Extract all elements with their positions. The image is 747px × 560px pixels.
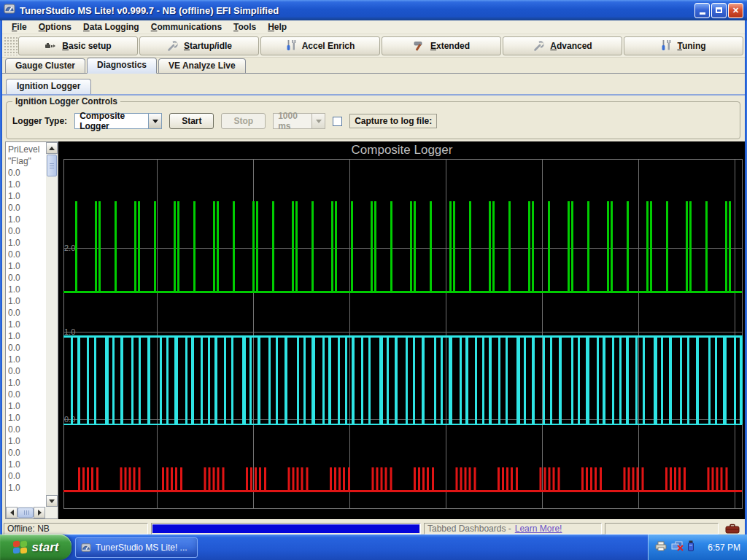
tab-gauge-cluster[interactable]: Gauge Cluster (5, 58, 85, 73)
list-item[interactable]: 0.0 (8, 424, 46, 435)
list-item[interactable]: 1.0 (8, 260, 46, 272)
scroll-down-button[interactable] (46, 495, 58, 507)
list-item[interactable]: 0.0 (8, 167, 46, 179)
menu-bar: FileOptionsData LoggingCommunicationsToo… (2, 20, 745, 34)
app-icon (4, 3, 15, 18)
tab-diagnostics[interactable]: Diagnostics (87, 58, 157, 74)
scroll-up-button[interactable] (46, 142, 58, 154)
value-list-panel: PriLevel"Flag"0.01.01.00.01.00.01.00.01.… (5, 141, 58, 519)
list-item[interactable]: 1.0 (8, 295, 46, 307)
toolbar-button-label: Extended (430, 41, 470, 51)
list-item[interactable]: 1.0 (8, 319, 46, 330)
chevron-down-icon (316, 120, 322, 123)
network-offline-icon[interactable] (671, 541, 684, 554)
green-trace (63, 201, 742, 293)
list-item[interactable]: 0.0 (8, 202, 46, 214)
list-item[interactable]: 0.0 (8, 272, 46, 284)
list-item[interactable]: 1.0 (8, 412, 46, 424)
combo-arrow-button[interactable] (148, 114, 161, 128)
sub-tab-strip: Ignition Logger (2, 79, 745, 96)
list-item[interactable]: 1.0 (8, 284, 46, 295)
list-item[interactable]: 0.0 (8, 307, 46, 319)
start-button[interactable]: Start (169, 113, 214, 129)
scroll-left-button[interactable] (6, 507, 18, 518)
start-button-taskbar[interactable]: start (0, 534, 71, 560)
clock[interactable]: 6:57 PM (708, 542, 740, 553)
toolbar-button-label: Basic setup (62, 41, 111, 51)
minimize-button[interactable] (694, 3, 710, 18)
toolbar-button-label: Advanced (550, 41, 592, 51)
startup-idle-button[interactable]: Startup/idle (139, 36, 259, 55)
list-item[interactable]: 1.0 (8, 435, 46, 447)
menu-item-options[interactable]: Options (34, 21, 77, 33)
chevron-down-icon (152, 120, 158, 123)
horizontal-scrollbar[interactable] (6, 507, 58, 518)
printer-icon[interactable] (655, 541, 667, 554)
list-item[interactable]: 0.0 (8, 342, 46, 354)
list-item[interactable]: 1.0 (8, 190, 46, 202)
system-tray: 6:57 PM (648, 534, 747, 560)
vertical-scrollbar[interactable] (46, 142, 58, 507)
tab-ignition-logger[interactable]: Ignition Logger (6, 79, 91, 94)
maximize-button[interactable] (711, 3, 727, 18)
list-item[interactable]: 1.0 (8, 459, 46, 470)
horizontal-scroll-thumb[interactable] (18, 508, 34, 518)
list-item[interactable]: PriLevel (8, 144, 46, 155)
list-item[interactable]: 1.0 (8, 330, 46, 342)
combo-arrow-button-disabled (311, 114, 325, 128)
list-item[interactable]: "Flag" (8, 155, 46, 167)
logger-panel: PriLevel"Flag"0.01.01.00.01.00.01.00.01.… (5, 141, 746, 519)
interval-combo: 1000 ms (273, 113, 325, 129)
basic-setup-button[interactable]: Basic setup (18, 36, 138, 55)
tab-ve-analyze-live[interactable]: VE Analyze Live (158, 58, 246, 73)
logger-type-value: Composite Logger (75, 111, 148, 131)
app-icon (81, 542, 91, 553)
toolbar-grip[interactable] (4, 36, 18, 55)
list-item[interactable]: 0.0 (8, 225, 46, 237)
extended-button[interactable]: Extended (382, 36, 501, 55)
vertical-scroll-thumb[interactable] (47, 155, 57, 176)
list-item[interactable]: 1.0 (8, 482, 46, 494)
arrow-right-icon (38, 510, 42, 516)
scroll-right-button[interactable] (34, 507, 45, 518)
menu-item-file[interactable]: File (7, 21, 32, 33)
close-button[interactable]: ✕ (728, 3, 743, 18)
list-item[interactable]: 0.0 (8, 470, 46, 482)
task-button-tunerstudio[interactable]: TunerStudio MS Lite! ... (75, 537, 198, 558)
usb-device-icon[interactable] (688, 540, 694, 554)
learn-more-link[interactable]: Learn More! (515, 524, 562, 534)
interval-value: 1000 ms (274, 111, 311, 131)
advanced-button[interactable]: Advanced (503, 36, 622, 55)
value-list[interactable]: PriLevel"Flag"0.01.01.00.01.00.01.00.01.… (6, 142, 46, 507)
menu-item-communications[interactable]: Communications (146, 21, 227, 33)
menu-item-data-logging[interactable]: Data Logging (78, 21, 144, 33)
ignition-logger-controls-group: Ignition Logger Controls Logger Type: Co… (6, 101, 740, 139)
list-item[interactable]: 0.0 (8, 249, 46, 260)
list-item[interactable]: 0.0 (8, 389, 46, 400)
list-item[interactable]: 1.0 (8, 179, 46, 190)
briefcase-icon[interactable] (721, 523, 743, 534)
list-item[interactable]: 1.0 (8, 237, 46, 249)
cyan-trace (63, 335, 743, 425)
list-item[interactable]: 1.0 (8, 214, 46, 225)
list-item[interactable]: 1.0 (8, 377, 46, 389)
accel-enrich-button[interactable]: Accel Enrich (260, 36, 380, 55)
desktop: TunerStudio MS Lite! v0.999.7 - NB (offl… (0, 0, 747, 560)
window-frame-left (0, 20, 2, 534)
list-item[interactable]: 1.0 (8, 400, 46, 412)
progress-bar (152, 524, 419, 533)
menu-item-tools[interactable]: Tools (228, 21, 261, 33)
logger-type-combo[interactable]: Composite Logger (74, 113, 162, 129)
windows-logo-icon (13, 541, 28, 554)
chart-title: Composite Logger (352, 143, 453, 157)
diagnostics-panel: Ignition Logger Ignition Logger Controls… (2, 74, 745, 523)
capture-checkbox[interactable] (333, 117, 342, 126)
task-label: TunerStudio MS Lite! ... (96, 542, 187, 553)
list-item[interactable]: 0.0 (8, 365, 46, 377)
menu-item-help[interactable]: Help (263, 21, 292, 33)
list-item[interactable]: 1.0 (8, 354, 46, 365)
list-item[interactable]: 0.0 (8, 447, 46, 459)
promo-text: Tabbed Dashboards - (427, 524, 511, 534)
y-axis-label: 0.0 (64, 415, 75, 424)
tuning-button[interactable]: Tuning (624, 36, 743, 55)
